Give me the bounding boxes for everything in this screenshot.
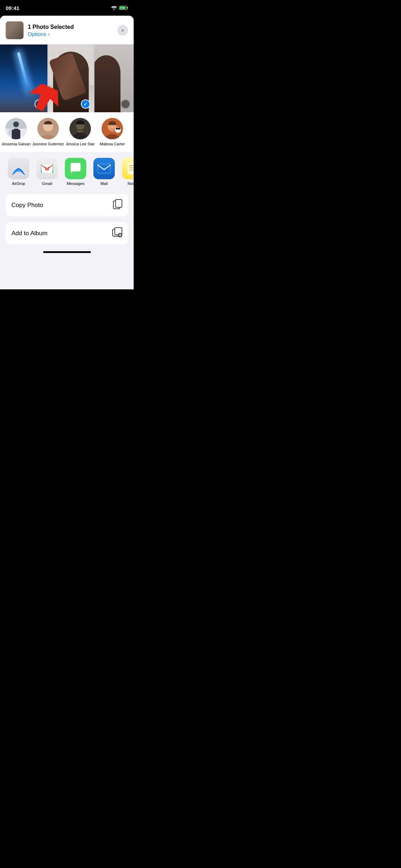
avatar-jessenia	[5, 118, 27, 139]
notes-icon-svg	[126, 162, 134, 175]
arrow-container	[29, 84, 61, 114]
app-mail[interactable]: Mail	[90, 158, 118, 186]
svg-rect-39	[115, 200, 122, 207]
close-icon: ×	[121, 28, 124, 33]
header-thumbnail	[6, 21, 24, 39]
mail-app-icon	[93, 158, 115, 179]
airdrop-icon-svg	[12, 162, 25, 175]
jasmine-avatar-img	[37, 118, 59, 139]
contact-name-jessenia: Jessenia Galvan	[1, 141, 30, 146]
add-to-album-button[interactable]: Add to Album	[6, 222, 128, 244]
svg-rect-34	[128, 163, 134, 174]
select-circle-center[interactable]: ✓	[81, 99, 90, 109]
contacts-row: Jessenia Galvan	[0, 112, 134, 152]
app-gmail[interactable]: M Gmail	[33, 158, 61, 186]
svg-text:M: M	[45, 166, 49, 172]
share-sheet: 1 Photo Selected Options › ×	[0, 16, 134, 289]
avatar-jessica	[70, 118, 91, 139]
copy-photo-label: Copy Photo	[11, 202, 43, 209]
mail-app-label: Mail	[101, 181, 108, 186]
malissa-avatar-img	[102, 118, 123, 139]
contact-jessica[interactable]: Jessica Lee Star	[64, 118, 96, 146]
avatar-jasmine	[37, 118, 59, 139]
options-button[interactable]: Options ›	[28, 31, 113, 37]
messages-app-label: Messages	[67, 181, 84, 186]
contact-jasmine[interactable]: Jasmine Guterriez	[32, 118, 64, 146]
contact-name-malissa: Malissa Carter	[100, 141, 125, 146]
header-info: 1 Photo Selected Options ›	[28, 24, 113, 37]
app-icons-row: AirDrop M Gmail	[0, 152, 134, 191]
album-icon-svg	[112, 227, 122, 237]
airdrop-app-label: AirDrop	[12, 181, 25, 186]
thumbnail-image	[6, 21, 24, 39]
copy-photo-button[interactable]: Copy Photo	[6, 194, 128, 216]
red-arrow-icon	[29, 84, 61, 113]
contact-name-jasmine: Jasmine Guterriez	[32, 141, 64, 146]
notes-app-label: Notes	[128, 181, 134, 186]
status-bar: 09:41	[0, 0, 134, 16]
man-body-right	[94, 55, 120, 112]
wifi-icon	[111, 6, 117, 10]
home-indicator	[0, 247, 134, 259]
app-airdrop[interactable]: AirDrop	[4, 158, 33, 186]
notes-app-icon	[122, 158, 134, 179]
add-to-album-label: Add to Album	[11, 230, 47, 237]
svg-point-23	[115, 127, 121, 133]
jessenia-avatar-img	[5, 118, 27, 139]
photos-strip: ✓	[0, 45, 134, 112]
app-messages[interactable]: Messages	[61, 158, 90, 186]
action-divider	[11, 219, 122, 219]
jessica-avatar-img	[70, 118, 91, 139]
messages-icon-svg	[69, 162, 82, 175]
action-buttons: Copy Photo Add to Album	[0, 191, 134, 247]
gmail-app-label: Gmail	[42, 181, 52, 186]
battery-icon	[119, 6, 128, 10]
share-header: 1 Photo Selected Options › ×	[0, 16, 134, 45]
mail-icon-svg	[97, 163, 111, 174]
status-icons	[111, 6, 128, 10]
svg-point-8	[13, 122, 19, 127]
selected-count: 1 Photo Selected	[28, 24, 113, 30]
svg-point-24	[116, 128, 118, 130]
airdrop-app-icon	[8, 158, 29, 179]
select-circle-right[interactable]	[121, 99, 130, 109]
svg-rect-33	[98, 164, 110, 173]
svg-rect-1	[127, 7, 128, 9]
svg-point-25	[118, 128, 120, 130]
status-time: 09:41	[6, 5, 19, 11]
gmail-app-icon: M	[36, 158, 58, 179]
app-notes[interactable]: Notes	[118, 158, 134, 186]
contact-malissa[interactable]: Malissa Carter	[96, 118, 128, 146]
contact-name-jessica: Jessica Lee Star	[66, 141, 94, 146]
home-bar	[43, 251, 91, 253]
avatar-malissa	[102, 118, 123, 139]
svg-marker-3	[29, 84, 61, 113]
contact-partial[interactable]: Je...	[128, 118, 134, 146]
photos-wrapper: ✓	[0, 45, 134, 112]
close-button[interactable]: ×	[117, 25, 128, 36]
checkmark-icon: ✓	[83, 101, 88, 107]
contact-jessenia[interactable]: Jessenia Galvan	[0, 118, 32, 146]
gmail-icon-svg: M	[41, 164, 53, 174]
copy-icon	[113, 199, 122, 211]
copy-icon-svg	[113, 199, 122, 209]
album-icon	[112, 227, 122, 239]
photo-item-right[interactable]	[94, 45, 134, 112]
messages-app-icon	[65, 158, 86, 179]
svg-rect-2	[120, 7, 126, 9]
